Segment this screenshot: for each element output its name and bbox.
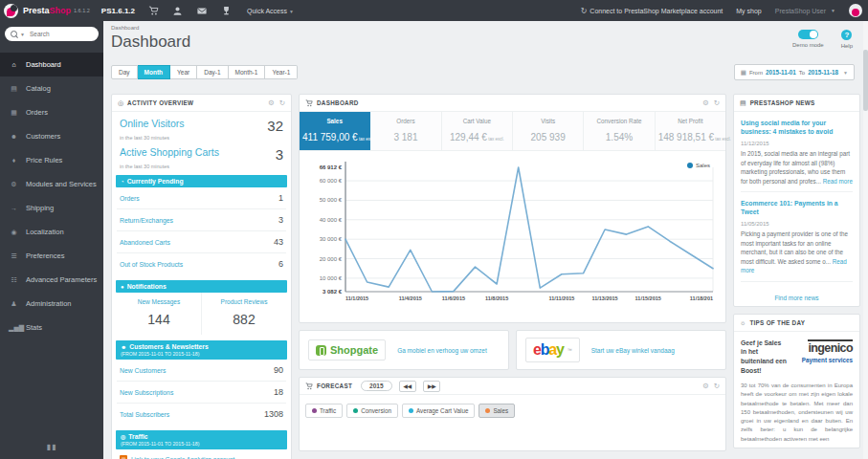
date-range-picker[interactable]: ▦ From 2015-11-01 To 2015-11-18 ▼ (734, 64, 855, 80)
pending-row-out-of-stock-products[interactable]: Out of Stock Products6 (117, 253, 286, 274)
demo-mode-control[interactable]: Demo mode (792, 30, 824, 52)
page-header-left: Dashboard Dashboard (111, 25, 190, 52)
kpi-tile-cart-value[interactable]: Cart Value129,44 € tax excl. (442, 112, 513, 150)
period-button-month-1[interactable]: Month-1 (229, 65, 266, 79)
notification-product-reviews[interactable]: Product Reviews882 (201, 293, 286, 335)
sidebar-item-advanced-parameters[interactable]: ☷Advanced Parameters (0, 268, 103, 292)
sidebar-item-shipping[interactable]: →Shipping (0, 196, 103, 220)
forecast-legend-average-cart-value[interactable]: Average Cart Value (402, 404, 475, 418)
read-more-link[interactable]: Read more (823, 178, 853, 185)
globe-icon: ◎ (121, 434, 125, 440)
gear-icon[interactable]: ⚙ (702, 98, 709, 107)
shopgate-link[interactable]: Ga mobiel en verhoog uw omzet (397, 347, 487, 354)
sidebar-item-modules-and-services[interactable]: ⚙Modules and Services (0, 172, 103, 196)
period-button-year[interactable]: Year (170, 65, 197, 79)
help-icon[interactable]: ? (841, 30, 852, 40)
customers-row-new-customers[interactable]: New Customers90 (117, 360, 286, 382)
kpi-tile-conversion-rate[interactable]: Conversion Rate1.54% (584, 112, 655, 150)
truck-icon: → (9, 205, 19, 211)
forecast-legend-traffic[interactable]: Traffic (305, 404, 343, 418)
chevron-down-icon: ▼ (831, 8, 835, 13)
scrollbar-thumb[interactable] (863, 50, 868, 111)
online-visitors-link[interactable]: Online Visitors (120, 118, 185, 129)
news-headline-link[interactable]: Using social media for your business: 4 … (741, 119, 853, 136)
customers-row-new-subscriptions[interactable]: New Subscriptions18 (117, 382, 286, 404)
kpi-tile-net-profit[interactable]: Net Profit148 918,51 € tax excl. (656, 112, 725, 150)
period-button-month[interactable]: Month (138, 65, 171, 79)
help-control[interactable]: ? Help (841, 30, 853, 52)
ebay-link[interactable]: Start uw eBay winkel vandaag (591, 347, 675, 354)
sidebar-collapse-button[interactable]: ▮▮ (0, 443, 103, 451)
sidebar-item-preferences[interactable]: ☰Preferences (0, 244, 103, 268)
find-more-news-link[interactable]: Find more news (734, 286, 859, 306)
sidebar-item-customers[interactable]: ☻Customers (0, 124, 103, 148)
user-menu[interactable]: PrestaShop User▼ (775, 8, 835, 14)
marketplace-connect-link[interactable]: ↻Connect to PrestaShop Marketplace accou… (581, 7, 723, 15)
forecast-prev-button[interactable]: ◀◀ (399, 381, 416, 392)
period-button-day[interactable]: Day (111, 65, 138, 79)
refresh-icon[interactable]: ↻ (279, 98, 285, 107)
refresh-icon[interactable]: ↻ (714, 98, 720, 107)
forecast-year[interactable]: 2015 (361, 381, 391, 391)
prestashop-logo[interactable] (4, 4, 18, 18)
ebay-banner[interactable]: ebay™ Start uw eBay winkel vandaag (516, 330, 726, 370)
pending-row-return-exchanges[interactable]: Return/Exchanges3 (117, 209, 286, 231)
person-icon[interactable] (172, 6, 183, 16)
sidebar-item-price-rules[interactable]: ♦Price Rules (0, 148, 103, 172)
period-button-year-1[interactable]: Year-1 (265, 65, 298, 79)
traffic-header: ◎Traffic(FROM 2015-11-01 TO 2015-11-18) (116, 430, 287, 449)
news-date: 11/12/2015 (741, 141, 853, 146)
traffic-row: ▥ Link to your Google Analytics account (120, 455, 283, 459)
search-input[interactable] (28, 30, 93, 38)
kpi-tile-orders[interactable]: Orders3 181 (370, 112, 441, 150)
row-value: 6 (278, 259, 283, 269)
active-carts-link[interactable]: Active Shopping Carts (120, 146, 219, 158)
forecast-next-button[interactable]: ▶▶ (423, 381, 440, 392)
activity-panel-title: ACTIVITY OVERVIEW (127, 99, 193, 106)
sidebar-item-orders[interactable]: ▦Orders (0, 100, 103, 124)
demo-mode-toggle[interactable] (798, 30, 818, 39)
envelope-icon[interactable] (196, 6, 208, 16)
notification-new-messages[interactable]: New Messages144 (117, 293, 201, 335)
period-toolbar: DayMonthYearDay-1Month-1Year-1 ▦ From 20… (111, 64, 855, 80)
quick-access-label: Quick Access (247, 8, 287, 14)
pending-row-abandoned-carts[interactable]: Abandoned Carts43 (117, 231, 286, 253)
news-headline-link[interactable]: Ecommerce 101: Payments in a Tweet (741, 199, 853, 216)
sidebar-item-dashboard[interactable]: ⌂Dashboard (0, 53, 103, 76)
cart-icon[interactable] (148, 6, 159, 16)
refresh-icon[interactable]: ↻ (714, 382, 720, 390)
user-avatar[interactable] (849, 4, 862, 17)
main-area: Dashboard Dashboard Demo mode ? Help Day… (103, 21, 868, 459)
gear-icon[interactable]: ⚙ (702, 382, 709, 390)
sidebar-item-catalog[interactable]: ▤Catalog (0, 76, 103, 100)
sidebar-search[interactable]: ▼ (5, 27, 99, 41)
scrollbar-track[interactable] (863, 21, 868, 459)
read-more-link[interactable]: Read more (741, 258, 847, 273)
period-button-day-1[interactable]: Day-1 (197, 65, 228, 79)
sidebar-item-stats[interactable]: ▂▅▇Stats (0, 316, 103, 339)
dashboard-panel-title: DASHBOARD (317, 99, 359, 106)
activity-panel-tools: ⚙↻ (268, 98, 285, 107)
forecast-legend-sales[interactable]: Sales (479, 404, 515, 418)
legend-dot (485, 408, 490, 413)
gear-icon[interactable]: ⚙ (268, 98, 275, 107)
sidebar-item-administration[interactable]: ♟Administration (0, 292, 103, 316)
news-panel-header: ▤ PRESTASHOP NEWS (734, 95, 859, 112)
my-shop-link[interactable]: My shop (736, 8, 761, 14)
row-label: New Subscriptions (120, 389, 173, 396)
sidebar-item-localization[interactable]: ◉Localization (0, 220, 103, 244)
breadcrumb[interactable]: Dashboard (111, 25, 190, 31)
pending-row-orders[interactable]: Orders1 (117, 187, 286, 209)
kpi-label: Net Profit (658, 118, 723, 124)
google-analytics-link[interactable]: Link to your Google Analytics account (131, 456, 234, 459)
kpi-tile-sales[interactable]: Sales411 759,00 € tax excl. (300, 112, 370, 150)
y-tick-label: 66 912 € (320, 164, 343, 170)
shopgate-banner[interactable]: Shopgate Ga mobiel en verhoog uw omzet (299, 330, 509, 370)
trophy-icon[interactable] (221, 6, 232, 16)
kpi-tile-visits[interactable]: Visits205 939 (513, 112, 584, 150)
y-tick-label: 60 000 € (320, 178, 343, 184)
quick-access-menu[interactable]: Quick Access▼ (247, 8, 294, 14)
forecast-legend-conversion[interactable]: Conversion (346, 404, 398, 418)
row-label: Abandoned Carts (120, 239, 170, 246)
customers-row-total-subscribers[interactable]: Total Subscribers1308 (117, 404, 286, 425)
